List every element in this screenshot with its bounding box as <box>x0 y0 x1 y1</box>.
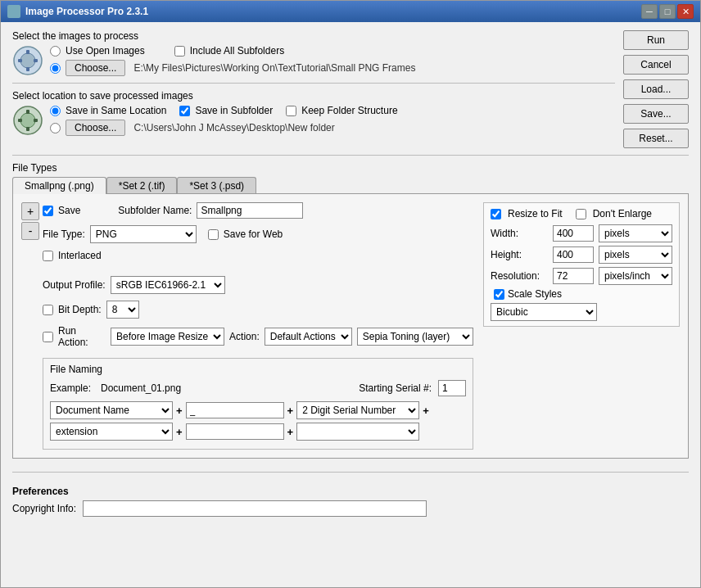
save-subfolder-label: Save in Subfolder <box>195 105 273 116</box>
main-window: Image Processor Pro 2.3.1 ─ □ ✕ Select t… <box>0 0 701 588</box>
naming-select-2[interactable]: 2 Digit Serial Number <box>296 401 419 419</box>
dont-enlarge-checkbox[interactable] <box>576 209 586 219</box>
choose-images-button[interactable]: Choose... <box>66 60 125 76</box>
naming-select-1[interactable]: Document Name <box>50 401 173 419</box>
output-profile-row: Output Profile: sRGB IEC61966-2.1 <box>43 276 473 294</box>
resolution-label: Resolution: <box>491 270 548 282</box>
naming-example-row: Example: Document_01.png Starting Serial… <box>50 380 466 396</box>
resize-fields: Width: pixels inches cm <box>491 224 672 321</box>
title-controls: ─ □ ✕ <box>641 4 694 19</box>
resolution-input[interactable] <box>553 268 594 284</box>
images-path: E:\My Files\Pictures\Working On\TextTuto… <box>133 62 415 74</box>
save-checkbox[interactable] <box>43 206 53 216</box>
maximize-button[interactable]: □ <box>659 4 676 19</box>
naming-row-1: Document Name + + 2 Digit Serial Number … <box>50 401 466 419</box>
add-set-button[interactable]: + <box>21 202 39 220</box>
height-label: Height: <box>491 249 548 260</box>
width-input[interactable] <box>553 225 594 242</box>
select-location-section: Select location to save processed images <box>12 90 615 136</box>
load-button[interactable]: Load... <box>623 79 689 99</box>
height-input[interactable] <box>553 247 594 263</box>
save-for-web-checkbox[interactable] <box>208 229 219 240</box>
close-button[interactable]: ✕ <box>677 4 694 19</box>
bit-depth-label: Bit Depth: <box>58 304 102 315</box>
naming-select-4[interactable] <box>296 423 419 441</box>
width-label: Width: <box>491 228 548 239</box>
naming-input-2[interactable] <box>186 423 284 440</box>
title-bar: Image Processor Pro 2.3.1 ─ □ ✕ <box>1 1 700 22</box>
keep-structure-checkbox[interactable] <box>286 106 296 116</box>
resize-to-fit-label: Resize to Fit <box>508 208 563 219</box>
tab-content-wrapper: + - Save Subfolder Name: Smallpng <box>21 202 680 450</box>
scale-styles-checkbox[interactable] <box>494 289 504 300</box>
minimize-button[interactable]: ─ <box>641 4 658 19</box>
width-unit-select[interactable]: pixels inches cm <box>599 224 672 242</box>
run-action-checkbox[interactable] <box>43 332 53 342</box>
same-location-label: Save in Same Location <box>66 105 166 116</box>
plus-3: + <box>423 405 429 417</box>
tabs-bar: Smallpng (.png) *Set 2 (.tif) *Set 3 (.p… <box>12 177 689 194</box>
svg-rect-9 <box>34 119 38 122</box>
images-icon <box>12 45 43 76</box>
left-col: Save Subfolder Name: Smallpng File Type:… <box>43 202 473 450</box>
select-images-section: Select the images to process <box>12 30 615 76</box>
same-location-radio[interactable] <box>50 106 61 116</box>
window-title: Image Processor Pro 2.3.1 <box>25 6 148 17</box>
height-unit-select[interactable]: pixels inches cm <box>599 246 672 264</box>
reset-button[interactable]: Reset... <box>623 129 689 148</box>
choose-radio[interactable] <box>50 63 61 74</box>
app-icon <box>7 5 20 18</box>
run-button[interactable]: Run <box>623 30 689 50</box>
tab-inner: Save Subfolder Name: Smallpng File Type:… <box>43 202 680 450</box>
interlaced-label: Interlaced <box>58 250 102 261</box>
use-open-images-radio[interactable] <box>50 46 61 57</box>
resolution-unit-select[interactable]: pixels/inch pixels/cm <box>599 267 672 285</box>
location-controls: Save in Same Location Save in Subfolder … <box>50 105 615 136</box>
subfolder-name-input[interactable]: Smallpng <box>197 202 303 219</box>
include-subfolders-checkbox[interactable] <box>174 46 185 57</box>
images-controls: Use Open Images Include All Subfolders C… <box>50 45 615 76</box>
file-types-label: File Types <box>12 162 689 174</box>
dont-enlarge-label: Don't Enlarge <box>593 208 652 219</box>
copyright-input[interactable] <box>83 500 427 517</box>
output-profile-select[interactable]: sRGB IEC61966-2.1 <box>111 276 225 294</box>
save-subfolder-checkbox[interactable] <box>179 106 190 116</box>
svg-point-1 <box>20 53 35 68</box>
scale-styles-label: Scale Styles <box>508 288 562 300</box>
naming-input-1[interactable] <box>186 402 284 418</box>
tab-set3[interactable]: *Set 3 (.psd) <box>177 177 256 194</box>
before-resize-select[interactable]: Before Image Resize <box>111 328 224 346</box>
plus-1: + <box>176 405 183 417</box>
bit-depth-select[interactable]: 8 16 <box>106 301 139 319</box>
save-button[interactable]: Save... <box>623 104 689 124</box>
select-location-label: Select location to save processed images <box>12 90 615 102</box>
file-type-select[interactable]: PNG JPEG TIFF PSD <box>90 225 197 243</box>
choose-location-radio[interactable] <box>50 123 61 133</box>
remove-set-button[interactable]: - <box>21 222 39 240</box>
run-action-label: Run Action: <box>58 325 106 348</box>
tab-content-area: + - Save Subfolder Name: Smallpng <box>12 193 689 459</box>
choose-location-button[interactable]: Choose... <box>66 120 125 136</box>
use-open-images-label: Use Open Images <box>66 45 145 57</box>
sepia-toning-select[interactable]: Sepia Toning (layer) <box>357 328 473 346</box>
action-select[interactable]: Default Actions <box>265 328 352 346</box>
svg-rect-5 <box>26 67 29 71</box>
keep-structure-label: Keep Folder Structure <box>301 105 397 116</box>
resize-to-fit-checkbox[interactable] <box>491 209 501 219</box>
action-label: Action: <box>229 331 260 342</box>
top-sections: Select the images to process <box>12 30 689 148</box>
tab-smallpng[interactable]: Smallpng (.png) <box>12 177 106 194</box>
bicubic-select[interactable]: Bicubic Bilinear Nearest Neighbor <box>491 303 597 321</box>
serial-input[interactable] <box>438 380 466 396</box>
resize-section: Resize to Fit Don't Enlarge Width: <box>483 202 680 327</box>
svg-rect-4 <box>26 50 29 54</box>
plus-5: + <box>287 426 294 438</box>
interlaced-checkbox[interactable] <box>43 251 53 261</box>
file-type-label: File Type: <box>43 228 85 240</box>
tab-set2[interactable]: *Set 2 (.tif) <box>106 177 178 194</box>
plus-2: + <box>287 405 294 417</box>
bit-depth-checkbox[interactable] <box>43 305 53 315</box>
cancel-button[interactable]: Cancel <box>623 55 689 75</box>
naming-select-3[interactable]: extension <box>50 423 173 441</box>
preferences-label: Preferences <box>12 486 689 497</box>
